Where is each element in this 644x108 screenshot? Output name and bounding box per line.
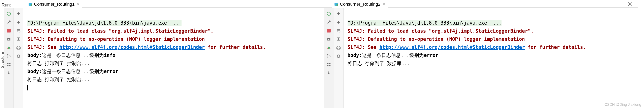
close-tab-icon[interactable]: × [76,2,80,7]
wrench-icon[interactable] [326,19,332,25]
run-sub-toolbar [334,8,344,108]
slf4j-link[interactable]: http://www.slf4j.org/codes.html#StaticLo… [59,44,205,50]
camera-icon[interactable] [6,36,12,42]
svg-rect-10 [9,65,10,66]
pin-icon[interactable] [6,70,12,76]
up-arrow-icon[interactable] [336,11,341,17]
soft-wrap-icon[interactable] [336,28,341,34]
wrench-icon[interactable] [6,19,12,25]
pin-icon[interactable] [326,70,332,76]
scroll-end-icon[interactable] [336,36,341,42]
console-output-left[interactable]: "D:\Program Files\Java\jdk1.8.0_333\bin\… [23,8,324,108]
java-file-icon [28,2,32,6]
print-icon[interactable] [16,45,21,50]
svg-point-12 [328,47,330,49]
run-main-toolbar [324,8,334,108]
run-tabs: Consumer_Routing1 × Consumer_Routing2 × [26,1,638,8]
rerun-icon[interactable] [6,11,12,17]
svg-point-6 [8,47,10,49]
svg-rect-3 [336,4,338,6]
svg-point-4 [629,4,630,5]
run-main-toolbar [4,8,14,108]
print-icon[interactable] [336,45,341,50]
tab-label: Consumer_Routing2 [340,2,380,7]
tab-consumer-routing1[interactable]: Consumer_Routing1 × [26,1,82,8]
up-arrow-icon[interactable] [16,11,21,17]
soft-wrap-icon[interactable] [16,28,21,34]
svg-rect-16 [329,65,330,66]
run-tool-label: Run: [2,3,11,8]
tab-consumer-routing2[interactable]: Consumer_Routing2 × [332,1,388,8]
svg-rect-13 [327,63,328,64]
java-file-icon [334,2,338,6]
close-tab-icon[interactable]: × [382,2,386,7]
structure-tool-tab[interactable]: Structure [0,8,4,108]
run-pane-right: "D:\Program Files\Java\jdk1.8.0_333\bin\… [324,8,644,108]
bug-icon[interactable] [326,45,332,50]
svg-rect-9 [7,65,8,66]
text-caret [27,85,28,90]
camera-icon[interactable] [326,36,332,42]
settings-icon[interactable] [628,2,632,8]
rerun-icon[interactable] [326,11,332,17]
scroll-end-icon[interactable] [16,36,21,42]
console-output-right[interactable]: "D:\Program Files\Java\jdk1.8.0_333\bin\… [344,8,644,108]
svg-rect-1 [30,4,32,6]
down-arrow-icon[interactable] [16,19,21,25]
down-arrow-icon[interactable] [336,19,341,25]
trash-icon[interactable] [16,53,21,59]
svg-point-5 [8,39,10,40]
svg-point-11 [328,39,330,40]
tab-label: Consumer_Routing1 [34,2,75,7]
slf4j-link[interactable]: http://www.slf4j.org/codes.html#StaticLo… [379,44,525,50]
layout-icon[interactable] [326,62,332,67]
run-sub-toolbar [14,8,23,108]
svg-rect-15 [327,65,328,66]
exit-icon[interactable] [326,53,332,59]
stop-icon[interactable] [326,28,332,34]
svg-rect-14 [329,63,330,64]
watermark: CSDN @Ding Jiaxiong [604,102,641,107]
exit-icon[interactable] [6,53,12,59]
run-pane-left: "D:\Program Files\Java\jdk1.8.0_333\bin\… [4,8,324,108]
trash-icon[interactable] [336,53,341,59]
stop-icon[interactable] [6,28,12,34]
svg-rect-7 [7,63,8,64]
hide-icon[interactable]: — [636,2,641,7]
svg-rect-8 [9,63,10,64]
layout-icon[interactable] [6,62,12,67]
bug-icon[interactable] [6,45,12,50]
